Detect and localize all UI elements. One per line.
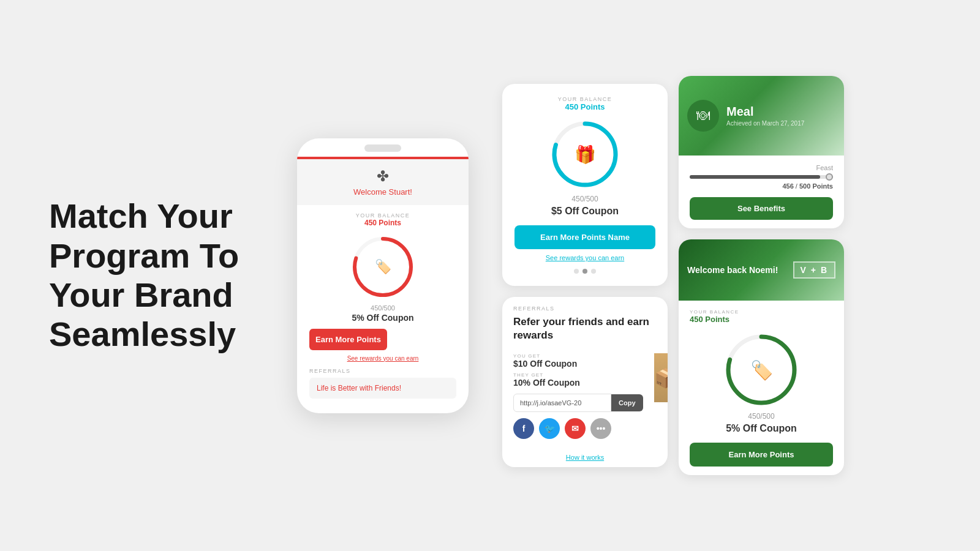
twitter-share-button[interactable]: 🐦 — [539, 418, 560, 439]
phone-referral-banner: Life is Better with Friends! — [309, 378, 456, 399]
referral-they-get-label: THEY GET — [513, 372, 643, 378]
teal-progress-circle: 🎁 — [548, 118, 622, 191]
meal-progress-fill — [690, 175, 820, 179]
phone-mockup: ✤ Welcome Stuart! YOUR BALANCE 450 Point… — [297, 138, 469, 413]
referral-card: REFERRALS Refer your friends and earn re… — [502, 297, 668, 467]
meal-feast-label: Feast — [816, 164, 833, 171]
dot-3 — [591, 269, 596, 274]
phone-progress-circle: 🏷️ — [297, 233, 469, 301]
vb-earn-button[interactable]: Earn More Points — [690, 443, 833, 467]
teal-balance-label: YOUR BALANCE — [514, 96, 655, 102]
meal-card: 🍽 Meal Achieved on March 27, 2017 Feast … — [679, 76, 844, 228]
phone-balance-section: YOUR BALANCE 450 Points — [297, 205, 469, 227]
vb-logo: V + B — [793, 261, 835, 279]
meal-pts-row: 456 / 500 Points — [690, 182, 833, 190]
phone-balance-pts: 450 Points — [309, 219, 456, 227]
referral-copy-button[interactable]: Copy — [611, 394, 643, 411]
phone-circle-icon: 🏷️ — [375, 259, 391, 275]
vb-circle-icon: 🏷️ — [750, 359, 773, 381]
phone-coupon-title: 5% Off Coupon — [297, 313, 469, 323]
teal-rewards-link[interactable]: See rewards you can earn — [514, 254, 655, 261]
phone-mockup-area: ✤ Welcome Stuart! YOUR BALANCE 450 Point… — [282, 138, 484, 413]
dot-2 — [582, 269, 587, 274]
teal-circle-icon: 🎁 — [575, 144, 596, 164]
referral-you-get-amount: $10 Off Coupon — [513, 359, 643, 369]
referral-social-buttons: f 🐦 ✉ ••• — [513, 418, 643, 439]
meal-card-image: 🍽 Meal Achieved on March 27, 2017 — [679, 76, 844, 156]
meal-progress-thumb — [826, 173, 833, 181]
meal-see-benefits-button[interactable]: See Benefits — [690, 197, 833, 220]
meal-pts-total: 500 Points — [799, 182, 833, 190]
email-share-button[interactable]: ✉ — [565, 418, 586, 439]
referral-left: YOU GET $10 Off Coupon THEY GET 10% Off … — [502, 353, 654, 448]
referral-link-row: Copy — [513, 394, 643, 412]
vb-loyalty-card: Welcome back Noemi! V + B YOUR BALANCE 4… — [679, 239, 844, 475]
phone-welcome-text: Welcome Stuart! — [353, 187, 412, 197]
vb-circle-count: 450/500 — [690, 412, 833, 421]
phone-circle-count: 450/500 — [297, 304, 469, 312]
hero-title: Match Your Program To Your Brand Seamles… — [49, 197, 245, 354]
meal-feast-row: Feast — [690, 164, 833, 171]
vb-card-body: YOUR BALANCE 450 Points 🏷️ 450/500 5% Of… — [679, 301, 844, 475]
phone-earn-button[interactable]: Earn More Points — [309, 329, 387, 350]
phone-rewards-link[interactable]: See rewards you can earn — [297, 355, 469, 362]
teal-coupon-title: $5 Off Coupon — [514, 206, 655, 217]
mid-column: YOUR BALANCE 450 Points 🎁 450/500 $5 Off… — [502, 84, 668, 467]
vb-coupon-title: 5% Off Coupon — [690, 423, 833, 434]
meal-body: Feast 456 / 500 Points See Benefits — [679, 156, 844, 228]
vb-card-image: Welcome back Noemi! V + B — [679, 239, 844, 301]
right-cards-area: YOUR BALANCE 450 Points 🎁 450/500 $5 Off… — [484, 0, 980, 551]
teal-balance-pts: 450 Points — [514, 102, 655, 111]
phone-notch — [364, 144, 401, 152]
referral-boxes-image: 📦 — [654, 353, 668, 402]
dot-1 — [574, 269, 579, 274]
vb-welcome-text: Welcome back Noemi! — [687, 265, 778, 275]
referral-title: Refer your friends and earn rewards — [513, 315, 657, 342]
brand-icon: ✤ — [377, 168, 389, 185]
meal-title: Meal — [726, 105, 804, 119]
referral-they-get-amount: 10% Off Coupon — [513, 378, 643, 388]
teal-loyalty-card: YOUR BALANCE 450 Points 🎁 450/500 $5 Off… — [502, 84, 668, 286]
referral-tag: REFERRALS — [513, 305, 657, 312]
teal-earn-button[interactable]: Earn More Points Name — [514, 225, 655, 249]
referral-how-link[interactable]: How it works — [502, 454, 668, 467]
meal-icon: 🍽 — [696, 108, 710, 124]
right-column: 🍽 Meal Achieved on March 27, 2017 Feast … — [679, 76, 844, 475]
phone-logo-area: ✤ Welcome Stuart! — [297, 159, 469, 205]
meal-progress-bar — [690, 175, 833, 179]
referral-body: YOU GET $10 Off Coupon THEY GET 10% Off … — [502, 353, 668, 448]
phone-referrals-label: REFERRALS — [297, 368, 469, 374]
vb-balance-pts: 450 Points — [690, 315, 833, 324]
meal-pts-current: 456 — [782, 182, 793, 190]
teal-pagination-dots — [514, 269, 655, 274]
referral-header: REFERRALS Refer your friends and earn re… — [502, 297, 668, 353]
phone-balance-label: YOUR BALANCE — [309, 212, 456, 219]
more-share-button[interactable]: ••• — [590, 418, 611, 439]
referral-link-input[interactable] — [513, 394, 611, 412]
referral-you-get-label: YOU GET — [513, 353, 643, 359]
vb-progress-circle: 🏷️ — [690, 330, 833, 410]
vb-balance-label: YOUR BALANCE — [690, 309, 833, 315]
meal-info: Meal Achieved on March 27, 2017 — [726, 105, 804, 127]
meal-achieved: Achieved on March 27, 2017 — [726, 120, 804, 127]
meal-badge: 🍽 — [687, 100, 719, 132]
facebook-share-button[interactable]: f — [513, 418, 534, 439]
hero-section: Match Your Program To Your Brand Seamles… — [0, 160, 282, 391]
teal-circle-count: 450/500 — [514, 195, 655, 203]
